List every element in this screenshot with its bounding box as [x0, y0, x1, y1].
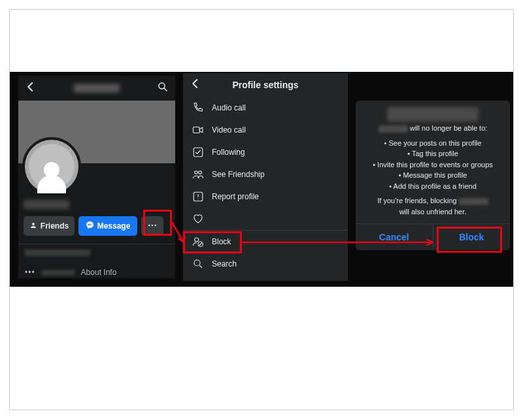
friends-icon — [192, 169, 204, 180]
svg-point-0 — [159, 83, 165, 89]
report-icon — [192, 191, 204, 202]
avatar[interactable] — [22, 137, 81, 196]
block-person-icon — [192, 236, 204, 248]
profile-header — [18, 76, 175, 101]
profile-settings-menu: Profile settings Audio call Video call F… — [183, 73, 348, 281]
svg-point-10 — [195, 238, 199, 242]
check-box-icon — [192, 146, 204, 158]
name-blurred — [459, 198, 488, 205]
dialog-title-blurred — [387, 107, 479, 121]
settings-header: Profile settings — [183, 73, 348, 97]
menu-label: Audio call — [212, 103, 246, 112]
svg-rect-5 — [194, 127, 200, 133]
bullet-item: • See your posts on this profile — [362, 138, 503, 149]
dialog-actions: Cancel Block — [356, 223, 510, 250]
name-line-blurred — [24, 200, 69, 209]
message-button[interactable]: Message — [78, 216, 137, 236]
person-icon — [29, 221, 37, 231]
bullet-item: • Add this profile as a friend — [362, 181, 503, 192]
avatar-placeholder-icon — [29, 144, 75, 189]
svg-point-7 — [195, 171, 198, 174]
bullet-item: • Message this profile — [362, 170, 503, 181]
dialog-body: will no longer be able to: • See your po… — [356, 107, 510, 223]
details-area — [18, 246, 175, 264]
block-confirmation-dialog: will no longer be able to: • See your po… — [356, 101, 510, 250]
video-icon — [192, 124, 204, 136]
message-label: Message — [97, 221, 131, 231]
menu-item-audio-call[interactable]: Audio call — [183, 97, 348, 119]
tutorial-frame: Friends Message ••• — [9, 9, 514, 410]
bullet-item: • Tag this profile — [362, 148, 503, 159]
bullet-item: • Invite this profile to events or group… — [362, 159, 503, 170]
detail-line-blurred — [25, 250, 90, 256]
menu-label: Video call — [212, 125, 246, 135]
about-text-blurred — [42, 270, 75, 276]
about-info-row[interactable]: ••• About Info — [18, 264, 175, 278]
friends-label: Friends — [41, 221, 69, 231]
about-info-label: About Info — [81, 268, 117, 277]
heart-icon — [192, 213, 204, 225]
name-blurred — [379, 125, 408, 133]
menu-label: See Friendship — [212, 170, 265, 179]
friends-button[interactable]: Friends — [24, 216, 75, 236]
svg-point-3 — [152, 224, 154, 226]
cancel-label: Cancel — [379, 232, 409, 242]
cover-photo — [18, 101, 175, 163]
more-horizontal-icon: ••• — [25, 268, 35, 277]
dialog-friends-note: If you're friends, blocking will also un… — [362, 195, 503, 217]
back-icon[interactable] — [190, 78, 201, 93]
back-icon[interactable] — [25, 81, 37, 96]
svg-point-2 — [148, 224, 150, 226]
phone-icon — [192, 102, 204, 114]
profile-name-blurred — [74, 84, 120, 93]
profile-screen: Friends Message ••• — [18, 76, 175, 278]
menu-item-video-call[interactable]: Video call — [183, 119, 348, 141]
dialog-intro: will no longer be able to: — [362, 123, 503, 134]
more-horizontal-icon — [147, 220, 158, 233]
svg-point-8 — [199, 171, 202, 174]
svg-point-12 — [194, 260, 200, 266]
menu-label: Following — [212, 148, 245, 157]
menu-item-favorite[interactable] — [183, 208, 348, 230]
menu-item-search[interactable]: Search — [183, 253, 348, 275]
menu-item-following[interactable]: Following — [183, 141, 348, 163]
more-button[interactable] — [141, 216, 163, 236]
menu-item-block[interactable]: Block — [183, 231, 348, 253]
svg-point-1 — [32, 223, 35, 225]
divider — [18, 244, 175, 244]
menu-item-see-friendship[interactable]: See Friendship — [183, 163, 348, 186]
action-buttons-row: Friends Message — [18, 216, 175, 242]
svg-point-4 — [154, 224, 156, 226]
menu-item-report-profile[interactable]: Report profile — [183, 186, 348, 208]
dialog-bullets: • See your posts on this profile • Tag t… — [362, 138, 503, 192]
menu-label: Block — [212, 237, 231, 246]
settings-title: Profile settings — [232, 80, 298, 90]
messenger-icon — [86, 221, 94, 231]
menu-label: Search — [212, 259, 237, 268]
search-icon[interactable] — [157, 81, 169, 95]
screenshot-canvas: Friends Message ••• — [10, 72, 513, 287]
cancel-button[interactable]: Cancel — [356, 224, 433, 250]
block-confirm-button[interactable]: Block — [433, 224, 511, 250]
menu-label: Report profile — [212, 192, 259, 201]
profile-name-area — [18, 200, 175, 216]
block-label: Block — [459, 232, 484, 242]
search-icon — [192, 258, 204, 270]
